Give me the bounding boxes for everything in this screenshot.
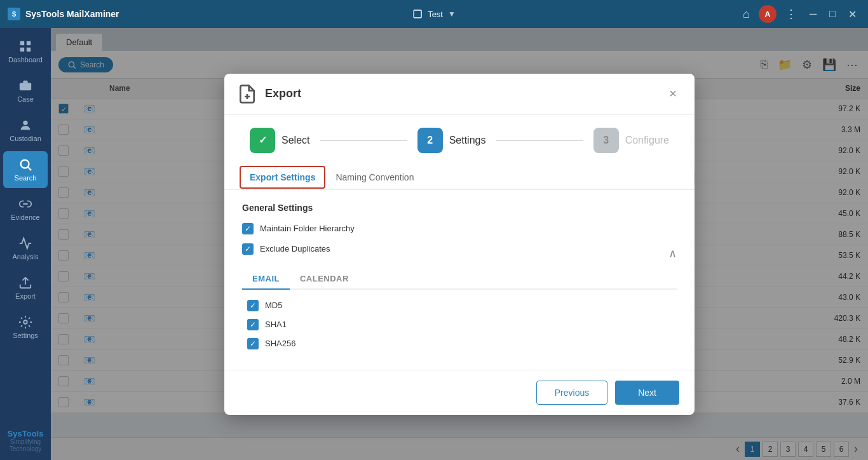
md5-row: ✓ MD5 [247,300,677,311]
tab-export-settings[interactable]: Export Settings [240,166,325,189]
svg-rect-3 [20,48,24,51]
project-dropdown-icon[interactable]: ▼ [448,10,456,18]
general-settings-title: General Settings [242,203,677,213]
exclude-duplicates-row: ✓ Exclude Duplicates [242,243,330,255]
step-3-label: Configure [625,135,669,146]
svg-point-8 [24,320,27,324]
svg-rect-4 [27,48,31,51]
step-select: ✓ Select [250,128,309,153]
sidebar-label-case: Case [17,95,34,103]
sidebar-label-custodian: Custodian [10,135,41,142]
project-name: Test [428,10,443,19]
step-1-label: Select [281,135,309,146]
step-settings: 2 Settings [417,128,486,153]
close-icon[interactable]: ✕ [844,6,860,23]
export-modal: Export × ✓ Select 2 Settings [224,74,695,415]
collapse-icon[interactable]: ∧ [668,247,677,260]
svg-line-7 [28,167,31,171]
modal-close-button[interactable]: × [664,84,682,104]
sidebar-item-case[interactable]: Case [3,72,48,109]
sha1-row: ✓ SHA1 [247,319,677,330]
sidebar-label-evidence: Evidence [11,213,39,221]
tab-divider [694,171,695,184]
brand-name: SysTools [5,429,46,438]
svg-rect-2 [27,41,31,45]
sub-tab-calendar[interactable]: CALENDAR [290,269,359,288]
app-title: SysTools MailXaminer [25,9,739,19]
modal-title: Export [265,87,664,100]
sidebar-item-dashboard[interactable]: Dashboard [3,33,48,70]
previous-button[interactable]: Previous [536,381,607,405]
sidebar-item-evidence[interactable]: Evidence [3,191,48,227]
sha256-checkbox[interactable]: ✓ [247,338,259,349]
steps-bar: ✓ Select 2 Settings 3 Configure [224,115,695,166]
maintain-folder-row: ✓ Maintain Folder Hierarchy [242,223,677,234]
sidebar-label-export: Export [15,292,36,300]
sidebar-label-search: Search [15,174,37,182]
project-indicator: Test ▼ [412,9,456,19]
modal-footer: Previous Next [224,370,695,415]
step-configure: 3 Configure [593,128,669,153]
sidebar-label-analysis: Analysis [13,253,39,260]
maintain-folder-checkbox[interactable]: ✓ [242,223,254,234]
svg-point-5 [23,121,27,125]
svg-point-6 [21,160,29,168]
sidebar-item-analysis[interactable]: Analysis [3,230,48,267]
content-area: Default Search ⎘ 📁 ⚙ 💾 ⋯ Name From Date [51,28,868,460]
step-line-2 [496,140,583,141]
exclude-duplicates-checkbox[interactable]: ✓ [242,243,254,255]
step-2-circle: 2 [417,128,443,153]
sha256-row: ✓ SHA256 [247,338,677,349]
sidebar-item-custodian[interactable]: Custodian [3,112,48,149]
exclude-duplicates-label: Exclude Duplicates [260,244,330,254]
modal-tabs: Export Settings Naming Convention [224,166,695,190]
sidebar-brand: SysTools Simplifying Technology [0,421,51,460]
main-layout: Dashboard Case Custodian Search Evidence… [0,28,868,460]
sidebar-item-search[interactable]: Search [3,151,48,188]
md5-label: MD5 [265,301,282,310]
step-line-1 [320,140,407,141]
tab-naming-convention[interactable]: Naming Convention [325,166,424,189]
sub-tabs: EMAIL CALENDAR [242,269,677,290]
next-button[interactable]: Next [615,381,679,405]
brand-sub: Simplifying Technology [5,438,46,452]
svg-rect-0 [414,10,421,18]
titlebar: S SysTools MailXaminer Test ▼ ⌂ A ⋮ ─ □ … [0,0,868,28]
app-logo: S [8,8,20,20]
step-3-circle: 3 [593,128,619,153]
sidebar-item-settings[interactable]: Settings [3,309,48,346]
exclude-duplicates-section: ✓ Exclude Duplicates ∧ [242,243,677,264]
maximize-icon[interactable]: □ [825,6,839,22]
sidebar: Dashboard Case Custodian Search Evidence… [0,28,51,460]
home-icon[interactable]: ⌂ [739,8,754,21]
sidebar-label-dashboard: Dashboard [8,56,43,64]
md5-checkbox[interactable]: ✓ [247,300,259,311]
modal-body: General Settings ✓ Maintain Folder Hiera… [224,190,695,370]
sha256-label: SHA256 [265,339,295,348]
step-1-circle: ✓ [250,128,275,153]
step-2-label: Settings [449,135,486,146]
sub-tab-email[interactable]: EMAIL [242,269,290,290]
sha1-label: SHA1 [265,320,287,329]
avatar[interactable]: A [759,5,776,23]
minimize-icon[interactable]: ─ [806,6,820,22]
sidebar-label-settings: Settings [13,332,38,339]
modal-overlay: Export × ✓ Select 2 Settings [51,28,868,460]
titlebar-controls: ⌂ A ⋮ ─ □ ✕ [739,5,860,23]
sha1-checkbox[interactable]: ✓ [247,319,259,330]
modal-header: Export × [224,74,695,115]
maintain-folder-label: Maintain Folder Hierarchy [260,224,355,233]
sidebar-item-export[interactable]: Export [3,269,48,306]
menu-icon[interactable]: ⋮ [782,7,801,21]
svg-rect-1 [20,41,24,45]
